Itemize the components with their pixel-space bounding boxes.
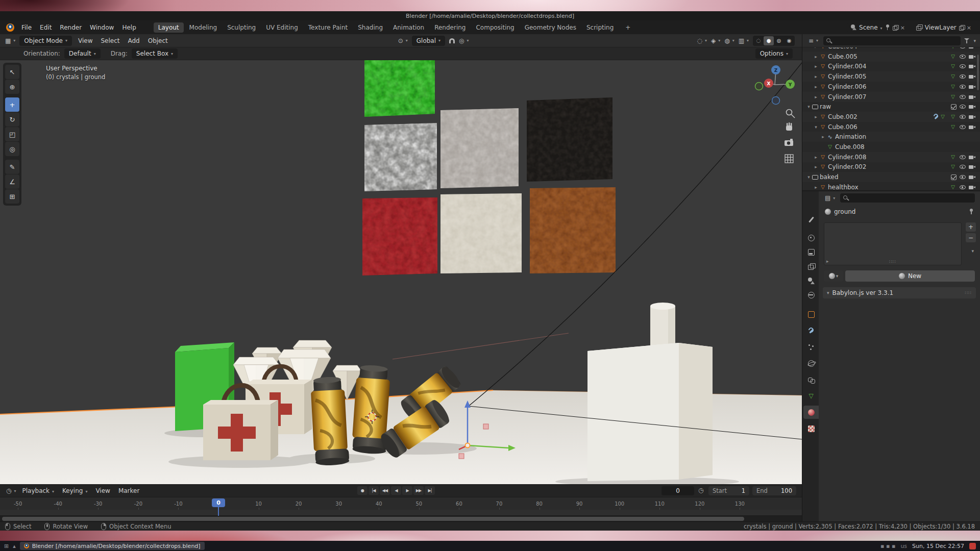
filter-icon[interactable] — [964, 38, 970, 44]
outliner-row[interactable]: ▸▽healthbox▽ — [802, 182, 980, 190]
viewport-menu-object[interactable]: Object — [144, 37, 172, 44]
eye-icon[interactable] — [959, 104, 966, 109]
scene-selector[interactable]: Scene — [847, 22, 909, 33]
tool-add-cube[interactable]: ⊞ — [5, 189, 19, 204]
properties-editor-icon[interactable] — [823, 194, 837, 202]
menu-file[interactable]: File — [17, 24, 36, 31]
transform-orientation-selector[interactable]: Global — [412, 36, 445, 46]
add-slot-button[interactable]: + — [966, 222, 976, 232]
workspace-tab-modeling[interactable]: Modeling — [185, 22, 222, 33]
properties-tab-scene[interactable] — [803, 274, 819, 287]
disclosure-icon[interactable]: ▸ — [820, 134, 826, 139]
eye-icon[interactable] — [959, 64, 966, 69]
outliner-row[interactable]: ▸▽Cube.005▽ — [802, 52, 980, 62]
menu-render[interactable]: Render — [56, 24, 86, 31]
workspace-tab-shading[interactable]: Shading — [353, 22, 387, 33]
properties-tab-tool[interactable] — [803, 213, 819, 226]
app-grid-icon[interactable]: ⊞ — [4, 543, 9, 549]
outliner-editor-icon[interactable] — [806, 37, 820, 44]
tool-scale[interactable]: ◰ — [5, 127, 19, 141]
current-frame-field[interactable]: 0 — [662, 486, 694, 495]
timeline-track[interactable] — [0, 510, 802, 516]
properties-tab-data[interactable]: ▽ — [803, 389, 819, 403]
transport-previous-keyframe-button[interactable]: ◀◀ — [380, 486, 390, 495]
properties-tab-render[interactable] — [803, 231, 819, 244]
outliner-row[interactable]: ▾raw — [802, 102, 980, 112]
resize-grip-icon[interactable]: ∷∷ — [889, 259, 896, 264]
outliner-search-input[interactable] — [823, 36, 961, 45]
disclosure-icon[interactable]: ▸ — [813, 185, 819, 190]
outliner-row[interactable]: ▽Cube.008 — [802, 142, 980, 152]
viewport-menu-view[interactable]: View — [74, 37, 96, 44]
disclosure-icon[interactable]: ▸ — [813, 47, 819, 49]
tool-move[interactable]: + — [5, 97, 19, 112]
properties-tab-texture[interactable] — [803, 422, 819, 435]
pin-icon[interactable] — [969, 209, 974, 215]
close-icon[interactable] — [900, 24, 905, 31]
chevron-down-icon[interactable]: ▾ — [973, 38, 976, 43]
shading-rendered-icon[interactable]: ◉ — [784, 36, 794, 45]
proportional-edit-icon[interactable] — [457, 37, 471, 44]
properties-tab-particles[interactable] — [803, 340, 819, 354]
keyboard-layout-indicator[interactable]: us — [900, 543, 907, 549]
properties-tab-object[interactable] — [803, 308, 819, 321]
remove-slot-button[interactable]: − — [966, 233, 976, 242]
close-icon[interactable] — [967, 24, 971, 31]
viewport-canvas[interactable]: Z Y X — [0, 47, 802, 484]
new-view-layer-icon[interactable] — [959, 25, 964, 30]
transport-record-button[interactable]: ● — [357, 486, 368, 495]
orientation-default-selector[interactable]: Default — [64, 48, 101, 59]
tool-measure[interactable]: ∠ — [5, 174, 19, 189]
editor-type-icon[interactable] — [3, 37, 17, 44]
outliner-row[interactable]: ▸▽Cylinder.006▽ — [802, 82, 980, 92]
viewport-nav-buttons[interactable] — [785, 110, 795, 163]
outliner-row[interactable]: ▾▽Cube.006▽ — [802, 122, 980, 132]
workspace-tab-compositing[interactable]: Compositing — [471, 22, 519, 33]
browse-material-button[interactable]: ▾ — [824, 270, 843, 282]
camera-icon[interactable] — [969, 94, 976, 99]
camera-icon[interactable] — [969, 114, 976, 119]
eye-icon[interactable] — [959, 94, 966, 99]
frame-start-field[interactable]: Start 1 — [708, 486, 749, 495]
transport-jump-to-end-button[interactable]: ▶| — [425, 486, 435, 495]
timeline-editor-icon[interactable] — [4, 487, 18, 494]
eye-icon[interactable] — [959, 114, 966, 119]
properties-search-input[interactable] — [840, 193, 975, 203]
pin-icon[interactable] — [885, 24, 890, 31]
eye-icon[interactable] — [959, 155, 966, 160]
mode-selector[interactable]: Object Mode — [19, 36, 72, 46]
properties-tab-material[interactable] — [803, 406, 819, 419]
eye-icon[interactable] — [959, 54, 966, 59]
workspace-tab-animation[interactable]: Animation — [388, 22, 429, 33]
outliner-row[interactable]: ▸▽Cylinder.005▽ — [802, 71, 980, 82]
window-titlebar[interactable]: Blender [/home/amalie/Desktop/blender/co… — [0, 11, 980, 20]
timeline-menu-playback[interactable]: Playback — [18, 487, 59, 494]
transport-previous-frame-button[interactable]: ◀ — [391, 486, 401, 495]
frame-end-field[interactable]: End 100 — [752, 486, 796, 495]
disclosure-icon[interactable]: ▸ — [813, 114, 819, 119]
navigation-gizmo[interactable]: Z Y X — [755, 65, 795, 105]
timeline-ruler[interactable]: -50-40-30-20-100102030405060708090100110… — [0, 497, 802, 510]
drag-grip-icon[interactable]: ∷∷ — [965, 290, 972, 295]
disclosure-icon[interactable]: ▸ — [813, 164, 819, 169]
camera-icon[interactable] — [969, 104, 976, 109]
scrollbar-handle[interactable] — [2, 517, 744, 521]
disclosure-icon[interactable]: ▾ — [805, 174, 812, 180]
view-layer-selector[interactable]: ViewLayer — [913, 22, 975, 33]
babylon-panel-header[interactable]: ▾ Babylon.js ver 3.3.1 ∷∷ — [823, 287, 976, 298]
new-material-button[interactable]: New — [845, 270, 975, 282]
outliner-row[interactable]: ▸▽Cube.002▽▽ — [802, 112, 980, 122]
workspace-tab-layout[interactable]: Layout — [154, 22, 184, 33]
xray-icon[interactable]: ▥ — [737, 37, 751, 44]
workspace-tab-sculpting[interactable]: Sculpting — [223, 22, 260, 33]
exclude-checkbox[interactable] — [951, 174, 957, 180]
eye-icon[interactable] — [959, 47, 966, 49]
playhead[interactable]: 0 — [212, 498, 225, 507]
timeline-menu-keying[interactable]: Keying — [58, 487, 91, 494]
material-slot-list[interactable]: ▸ ∷∷ — [824, 222, 962, 265]
new-scene-icon[interactable] — [893, 25, 898, 30]
tool-rotate[interactable]: ↻ — [5, 112, 19, 127]
options-button[interactable]: Options — [755, 48, 793, 59]
object-visibility-icon[interactable]: ◌ — [695, 37, 709, 44]
properties-tab-output[interactable] — [803, 245, 819, 259]
